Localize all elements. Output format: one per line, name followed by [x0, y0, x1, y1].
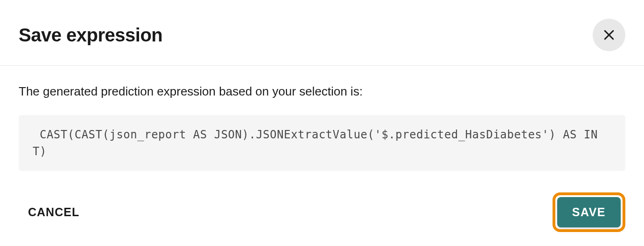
close-button[interactable]	[593, 19, 625, 51]
dialog-footer: CANCEL SAVE	[0, 183, 644, 246]
cancel-button[interactable]: CANCEL	[28, 201, 79, 224]
save-button-highlight: SAVE	[553, 192, 625, 232]
dialog-body: The generated prediction expression base…	[0, 66, 644, 183]
description-text: The generated prediction expression base…	[19, 84, 625, 99]
dialog-header: Save expression	[0, 0, 644, 66]
save-expression-dialog: Save expression The generated prediction…	[0, 0, 644, 246]
save-button[interactable]: SAVE	[557, 197, 621, 227]
expression-code-block: CAST(CAST(json_report AS JSON).JSONExtra…	[19, 115, 625, 171]
dialog-title: Save expression	[19, 25, 162, 46]
close-icon	[602, 28, 616, 42]
